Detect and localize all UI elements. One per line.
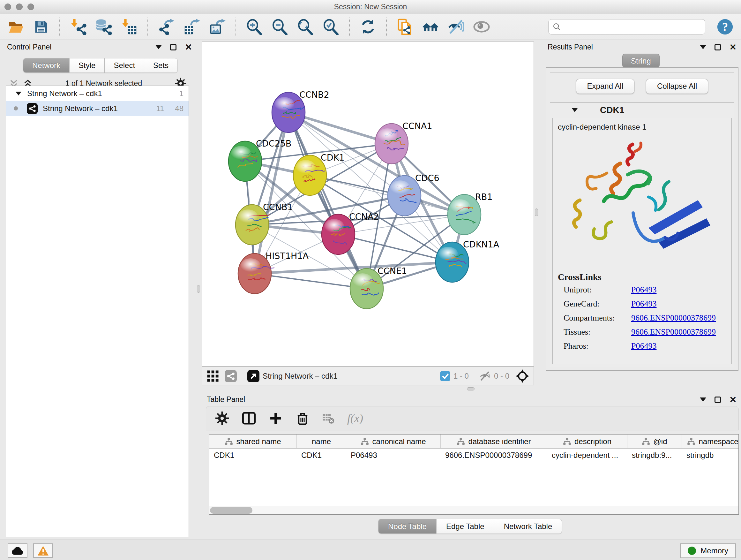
left-splitter-handle[interactable] — [197, 285, 200, 293]
tab-string[interactable]: String — [622, 54, 660, 68]
search-field[interactable] — [548, 19, 705, 35]
save-session-button[interactable] — [31, 17, 51, 37]
crosslink-link[interactable]: P06493 — [631, 285, 657, 295]
help-button[interactable]: ? — [717, 18, 733, 35]
crosslink-link[interactable]: 9606.ENSP00000378699 — [631, 313, 716, 323]
table-panel-close-button[interactable]: ✕ — [729, 396, 737, 403]
detach-view-icon[interactable] — [247, 370, 259, 382]
node-result-header[interactable]: CDK1 — [550, 103, 734, 118]
column-header-canonicalname[interactable]: canonical name — [346, 435, 441, 448]
control-panel-tabs: Network Style Select Sets — [23, 58, 178, 73]
tab-select[interactable]: Select — [105, 58, 144, 73]
scrollbar-thumb[interactable] — [210, 507, 253, 514]
node-label: CCNA2 — [349, 212, 379, 222]
network-collection-label: String Network – cdk1 — [27, 89, 102, 98]
column-header-namespace[interactable]: namespace — [682, 435, 739, 448]
selected-checkbox-icon[interactable] — [440, 371, 450, 381]
search-input[interactable] — [564, 23, 701, 31]
table-cell[interactable]: 9606.ENSP00000378699 — [441, 449, 547, 462]
table-cell[interactable]: stringdb:9... — [627, 449, 682, 462]
add-column-icon[interactable] — [269, 411, 283, 425]
table-cell[interactable]: stringdb — [682, 449, 739, 462]
expand-all-button[interactable]: Expand All — [576, 79, 634, 94]
node-label: HIST1H1A — [266, 251, 309, 261]
show-columns-icon[interactable] — [242, 411, 256, 425]
results-panel-float-button[interactable] — [715, 44, 721, 51]
nested-networks-button[interactable] — [421, 17, 441, 37]
import-network-file-button[interactable] — [68, 17, 88, 37]
control-panel-float-button[interactable] — [170, 44, 177, 51]
table-panel-float-button[interactable] — [715, 396, 721, 403]
graphics-details-button[interactable] — [446, 17, 466, 37]
column-header-id[interactable]: @id — [627, 435, 682, 448]
toolbar-separator — [235, 17, 236, 36]
apply-layout-button[interactable] — [358, 17, 378, 37]
tab-edge-table[interactable]: Edge Table — [436, 519, 494, 534]
section-collapse-icon[interactable] — [572, 108, 578, 112]
open-session-button[interactable] — [6, 17, 25, 37]
results-panel-close-button[interactable]: ✕ — [729, 44, 737, 51]
column-header-sharedname[interactable]: shared name — [209, 435, 297, 448]
results-panel-collapse-button[interactable] — [700, 45, 706, 49]
zoom-in-button[interactable] — [245, 17, 264, 37]
table-cell[interactable]: P06493 — [346, 449, 441, 462]
save-floppy-icon — [33, 18, 50, 35]
table-toolbar: f(x) — [206, 406, 739, 430]
right-splitter-handle[interactable] — [535, 208, 538, 216]
network-edge[interactable] — [288, 112, 367, 289]
tab-style[interactable]: Style — [70, 58, 105, 73]
import-network-database-button[interactable] — [94, 17, 114, 37]
node-gloss — [231, 146, 251, 160]
column-header-name[interactable]: name — [297, 435, 346, 448]
table-panel-header: Table Panel ✕ — [207, 395, 737, 404]
network-edge[interactable] — [255, 112, 288, 273]
tab-sets[interactable]: Sets — [144, 58, 178, 73]
zoom-fit-button[interactable] — [295, 17, 315, 37]
table-horizontal-scrollbar[interactable] — [209, 506, 738, 514]
control-panel-close-button[interactable]: ✕ — [185, 44, 192, 51]
tree-expand-icon[interactable] — [16, 91, 21, 96]
zoom-selected-button[interactable] — [321, 17, 341, 37]
network-row[interactable]: String Network – cdk1 11 48 — [6, 101, 189, 116]
control-panel-collapse-button[interactable] — [155, 45, 162, 49]
zoom-out-button[interactable] — [270, 17, 290, 37]
table-cell[interactable]: CDK1 — [209, 449, 297, 462]
network-collection-row[interactable]: String Network – cdk1 1 — [6, 86, 189, 101]
tab-network-table[interactable]: Network Table — [494, 519, 562, 534]
crosslink-link[interactable]: P06493 — [631, 299, 657, 309]
tab-network[interactable]: Network — [23, 58, 70, 73]
column-header-description[interactable]: description — [547, 435, 627, 448]
column-type-icon — [360, 438, 369, 445]
network-graph[interactable]: CCNB2CCNA1CDC25BCDK1CDC6RB1CCNB1CCNA2CDK… — [202, 42, 534, 366]
table-panel-collapse-button[interactable] — [700, 397, 706, 401]
crosslink-link[interactable]: P06493 — [631, 341, 657, 351]
export-table-file-button[interactable] — [182, 17, 202, 37]
node-gloss — [238, 209, 258, 224]
memory-button[interactable]: Memory — [680, 543, 736, 558]
table-gear-icon[interactable] — [215, 411, 229, 425]
crosslink-link[interactable]: 9606.ENSP00000378699 — [631, 327, 716, 337]
crosshair-icon[interactable] — [516, 369, 529, 383]
table-cell[interactable]: cyclin-dependent ... — [547, 449, 627, 462]
toolbar-separator — [349, 17, 350, 36]
grid-mode-icon[interactable] — [207, 370, 219, 382]
collapse-all-button[interactable]: Collapse All — [646, 79, 708, 94]
network-view-canvas[interactable]: CCNB2CCNA1CDC25BCDK1CDC6RB1CCNB1CCNA2CDK… — [202, 42, 534, 367]
export-network-file-button[interactable] — [156, 17, 176, 37]
network-mode-icon[interactable] — [225, 370, 237, 382]
export-image-button[interactable] — [207, 17, 227, 37]
column-header-databaseidentifier[interactable]: database identifier — [441, 435, 547, 448]
import-table-file-button[interactable] — [119, 17, 139, 37]
birds-eye-view-button[interactable] — [472, 17, 491, 37]
table-cell[interactable]: CDK1 — [297, 449, 346, 462]
horizontal-splitter-handle[interactable] — [467, 387, 475, 390]
warning-status-button[interactable] — [33, 543, 53, 558]
duplicate-network-button[interactable] — [395, 17, 415, 37]
string-results-box: Expand All Collapse All CDK1 cyclin-depe… — [546, 67, 738, 371]
copy-network-icon — [397, 18, 413, 35]
cloud-status-button[interactable] — [8, 543, 27, 558]
table-row[interactable]: CDK1CDK1P064939606.ENSP00000378699cyclin… — [209, 449, 738, 462]
tab-node-table[interactable]: Node Table — [378, 519, 436, 534]
delete-column-icon[interactable] — [295, 411, 310, 425]
window-title: Session: New Session — [0, 3, 741, 11]
